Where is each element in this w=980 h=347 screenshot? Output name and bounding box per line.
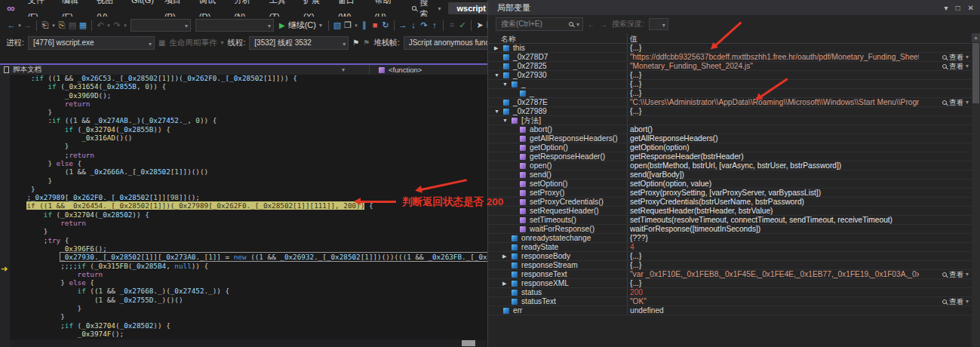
step-out-icon[interactable]: ↑ xyxy=(429,17,440,33)
locals-row[interactable]: ▼_{...} xyxy=(488,80,972,89)
code-line[interactable]: :if ((1 && _0x26C53._[_0x28502[1]])(_0x2… xyxy=(10,74,487,82)
back-icon[interactable]: ← xyxy=(6,17,17,33)
expand-icon[interactable]: ▶ xyxy=(502,252,506,261)
locals-scrollbar[interactable]: ▲ xyxy=(972,33,980,347)
breakpoint-gutter[interactable] xyxy=(0,75,10,347)
maximize-icon[interactable]: □ xyxy=(956,4,960,12)
locals-row[interactable]: send()send([varBody]) xyxy=(488,170,972,180)
name-column-header[interactable]: 名称 xyxy=(501,34,516,45)
code-line[interactable]: } xyxy=(10,142,487,150)
show-next-statement-icon[interactable]: → xyxy=(398,17,408,33)
stop-icon[interactable]: ■ xyxy=(370,17,380,33)
locals-row[interactable]: ▶this{...} xyxy=(488,44,972,53)
locals-row[interactable]: _0x278D7"https://ddfcbb9325637bcdeff.mxt… xyxy=(488,53,972,62)
new-file-dropdown-icon[interactable]: ▾ xyxy=(51,23,57,29)
window-position-icon[interactable]: ▾ xyxy=(945,4,948,12)
step-over-icon[interactable]: ↷ xyxy=(419,17,429,33)
locals-row[interactable]: responseText"var _0x1F10E,_0x1FEB8,_0x1F… xyxy=(488,270,972,279)
pointer-mode-icon[interactable]: ➤ xyxy=(475,17,485,33)
breakpoints-window-icon[interactable]: ▧ xyxy=(332,17,343,33)
code-line[interactable]: _0x316AD()() xyxy=(10,134,487,142)
new-file-icon[interactable]: ⎗ xyxy=(40,17,51,33)
code-line[interactable]: } xyxy=(10,227,487,235)
code-line[interactable]: if (_0x32704(_0x28502)) { xyxy=(10,210,487,219)
debug-windows-dropdown-icon[interactable]: ▾ xyxy=(353,23,359,29)
locals-search-input[interactable]: 搜索(Ctrl+E) ▾ xyxy=(496,17,583,31)
locals-row[interactable]: statusText"OK"查看▾ xyxy=(488,297,972,306)
value-column-header[interactable]: 值 xyxy=(630,34,637,45)
flag-icon[interactable]: ⚑ xyxy=(352,38,359,47)
view-link[interactable]: 查看▾ xyxy=(942,62,969,71)
code-line[interactable]: } else { xyxy=(10,278,487,287)
locals-row[interactable]: _{...} xyxy=(488,89,972,98)
locals-row[interactable]: ▼[方法] xyxy=(488,116,972,125)
scrollbar-thumb[interactable] xyxy=(462,340,475,346)
restart-icon[interactable]: ↻ xyxy=(380,17,391,33)
locals-row[interactable]: waitForResponse()waitForResponse([timeou… xyxy=(488,225,972,234)
scrollbar-thumb[interactable] xyxy=(972,43,979,103)
close-icon[interactable]: ✕ xyxy=(968,4,974,12)
locals-row[interactable]: setOption()setOption(option, value) xyxy=(488,180,972,189)
locals-row[interactable]: _0x2787E"C:\\Users\\Administrator\\AppDa… xyxy=(488,98,972,107)
locals-row[interactable]: getOption()getOption(option) xyxy=(488,143,972,152)
locals-row[interactable]: ▼_0x27930{...} xyxy=(488,71,972,80)
step-into-icon[interactable]: ↓ xyxy=(408,17,419,33)
configuration-combo[interactable]: ▾ xyxy=(131,19,191,32)
locals-row[interactable]: status200 xyxy=(488,288,972,297)
process-combo[interactable]: [4776] wscript.exe ▾ xyxy=(28,36,155,50)
scroll-up-icon[interactable]: ▲ xyxy=(972,33,980,42)
locals-row[interactable]: responseStream{...} xyxy=(488,261,972,270)
search-depth-combo[interactable]: ▾ xyxy=(649,18,668,30)
code-line[interactable]: (1 && _0x2755D._)()() xyxy=(10,296,487,304)
view-link[interactable]: 查看▾ xyxy=(942,297,969,306)
continue-button[interactable]: ▶继续(C)▾ xyxy=(279,20,322,31)
locals-row[interactable]: ▶responseBody{...} xyxy=(488,252,972,261)
view-link[interactable]: 查看▾ xyxy=(942,270,969,279)
locals-row[interactable]: setRequestHeader()setRequestHeader(bstrH… xyxy=(488,207,972,216)
code-line[interactable]: return xyxy=(10,270,487,278)
code-line[interactable]: ;;;;if (_0x315FB(_0x285B4, null)) { xyxy=(10,262,487,270)
code-line[interactable]: (1 && _0x2666A._[_0x28502[1]])()() xyxy=(10,167,487,176)
code-line[interactable]: _0x396F6(); xyxy=(10,244,487,253)
expand-icon[interactable]: ▶ xyxy=(502,279,506,288)
syntax-check-icon[interactable]: ✓ xyxy=(457,17,468,33)
pause-icon[interactable]: ∥ xyxy=(359,17,370,33)
code-line[interactable]: if (_0x31654(_0x2855B, 0)) { xyxy=(10,82,487,91)
editor-horizontal-scrollbar[interactable] xyxy=(10,339,486,347)
save-all-icon[interactable]: ▦ xyxy=(78,17,88,33)
open-folder-icon[interactable]: ⎘ xyxy=(57,17,67,33)
collapse-icon[interactable]: ▼ xyxy=(494,107,499,116)
debug-windows-icon[interactable]: ❐ xyxy=(343,17,353,33)
locals-row[interactable]: onreadystatechange{???} xyxy=(488,234,972,243)
locals-row[interactable]: readyState4 xyxy=(488,243,972,252)
code-line[interactable]: ;return xyxy=(10,151,487,159)
code-line[interactable]: } xyxy=(10,312,487,321)
locals-row[interactable]: getResponseHeader()getResponseHeader(bst… xyxy=(488,152,972,161)
code-line[interactable]: } else { xyxy=(10,159,487,167)
collapse-icon[interactable]: ▼ xyxy=(502,116,508,125)
view-link[interactable]: 查看▾ xyxy=(942,53,969,62)
thread-combo[interactable]: [3532] 线程 3532 ▾ xyxy=(249,36,349,50)
code-line[interactable]: return xyxy=(10,100,487,108)
code-line[interactable]: } xyxy=(10,304,487,312)
view-link[interactable]: 查看▾ xyxy=(942,98,969,107)
locals-row[interactable]: abort()abort() xyxy=(488,125,972,134)
code-line[interactable]: } xyxy=(10,108,487,116)
locals-row[interactable]: setTimeouts()setTimeouts(resolveTimeout,… xyxy=(488,216,972,225)
locals-row[interactable]: ▶responseXML{...} xyxy=(488,279,972,288)
code-line[interactable]: if (_0x32704(_0x2855B)) { xyxy=(10,125,487,134)
code-line[interactable]: ;if (_0x32704(_0x28502)) { xyxy=(10,321,487,330)
code-line[interactable]: return xyxy=(10,219,487,227)
locals-row[interactable]: setProxy()setProxy(proxySetting, [varPro… xyxy=(488,189,972,198)
collapse-icon[interactable]: ▼ xyxy=(502,80,508,89)
back-dropdown-icon[interactable]: ▾ xyxy=(17,23,23,29)
locals-row[interactable]: getAllResponseHeaders()getAllResponseHea… xyxy=(488,134,972,143)
code-line[interactable]: _0x3969D(); xyxy=(10,91,487,100)
locals-row[interactable]: errundefined xyxy=(488,306,972,315)
code-line[interactable]: _0x27930._[_0x28502[1]][_0x273A0._[1]] =… xyxy=(10,253,487,261)
code-line[interactable]: :if ((1 && _0x274AB._)(_0x27452._, 0)) { xyxy=(10,116,487,124)
locals-row[interactable]: setProxyCredentials()setProxyCredentials… xyxy=(488,198,972,207)
code-line[interactable]: ;try { xyxy=(10,236,487,244)
code-line[interactable]: } xyxy=(10,177,487,185)
locals-row[interactable]: ▼_0x27989{...} xyxy=(488,107,972,116)
